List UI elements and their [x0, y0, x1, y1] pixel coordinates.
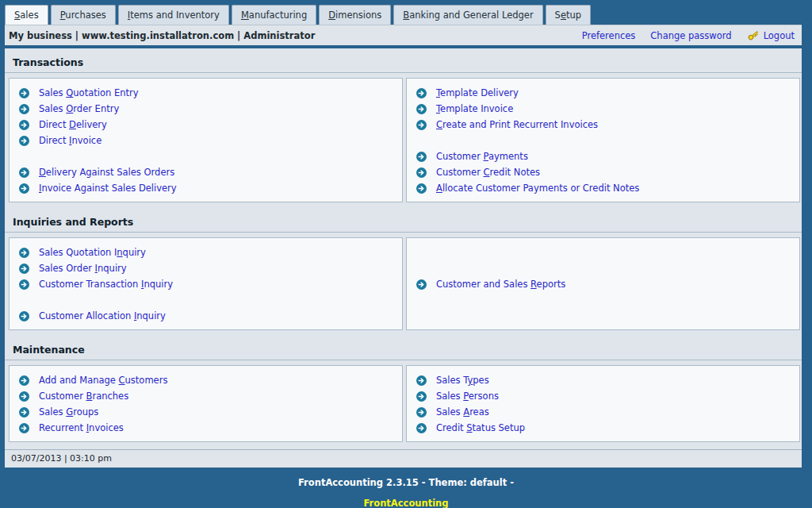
create-and-print-recurrent-invoices-link[interactable]: Create and Print Recurrent Invoices: [436, 119, 598, 130]
arrow-icon: [19, 375, 29, 386]
arrow-icon: [19, 167, 29, 178]
page-footer: FrontAccounting 2.3.15 - Theme: default …: [0, 468, 812, 508]
menu-panel: Add and Manage CustomersCustomer Branche…: [9, 365, 403, 442]
logout-link[interactable]: Logout: [747, 29, 795, 41]
arrow-icon: [416, 183, 427, 194]
menu-item-recurrent-invoices: Recurrent Invoices: [10, 420, 402, 436]
arrow-icon: [19, 311, 29, 321]
menu-item-delivery-against-sales-orders: Delivery Against Sales Orders: [10, 164, 402, 180]
menu-item-customer-and-sales-reports: Customer and Sales Reports: [407, 276, 799, 292]
direct-invoice-link[interactable]: Direct Invoice: [39, 135, 102, 146]
menu-spacer: [10, 148, 402, 164]
header-links: PreferencesChange passwordLogout: [567, 29, 795, 41]
tab-items-and-inventory[interactable]: Items and Inventory: [118, 5, 229, 25]
tab-banking-and-general-ledger[interactable]: Banking and General Ledger: [393, 5, 542, 25]
direct-delivery-link[interactable]: Direct Delivery: [39, 119, 107, 130]
arrow-icon: [416, 104, 427, 114]
arrow-icon: [19, 136, 29, 146]
menu-item-template-delivery: Template Delivery: [407, 85, 799, 101]
arrow-icon: [416, 167, 427, 178]
arrow-icon: [19, 120, 29, 130]
change-password-link[interactable]: Change password: [650, 30, 731, 41]
preferences-label: Preferences: [582, 30, 636, 41]
menu-item-direct-invoice: Direct Invoice: [10, 133, 402, 148]
menu-content: TransactionsSales Quotation EntrySales O…: [5, 48, 802, 449]
customer-credit-notes-link[interactable]: Customer Credit Notes: [436, 167, 540, 178]
preferences-link[interactable]: Preferences: [582, 30, 636, 41]
tab-dimensions[interactable]: Dimensions: [319, 5, 391, 25]
menu-item-sales-types: Sales Types: [407, 372, 799, 388]
section-panels: Sales Quotation InquirySales Order Inqui…: [5, 233, 802, 337]
date-time-text: 03/07/2013 | 03:10 pm: [11, 453, 112, 464]
menu-item-sales-quotation-inquiry: Sales Quotation Inquiry: [10, 244, 402, 260]
menu-panel: Sales TypesSales PersonsSales AreasCredi…: [406, 365, 800, 442]
sales-types-link[interactable]: Sales Types: [436, 375, 489, 386]
arrow-icon: [416, 120, 427, 130]
tab-purchases[interactable]: Purchases: [51, 5, 116, 25]
logout-label: Logout: [764, 30, 795, 41]
key-icon: [747, 29, 760, 41]
delivery-against-sales-orders-link[interactable]: Delivery Against Sales Orders: [39, 167, 174, 178]
section-inquiries-and-reports: Inquiries and ReportsSales Quotation Inq…: [5, 210, 802, 337]
sales-areas-link[interactable]: Sales Areas: [436, 406, 489, 418]
menu-panel: Sales Quotation EntrySales Order EntryDi…: [9, 78, 403, 202]
menu-item-allocate-customer-payments-or-credit-notes: Allocate Customer Payments or Credit Not…: [407, 180, 799, 196]
section-title: Transactions: [5, 50, 802, 73]
customer-allocation-inquiry-link[interactable]: Customer Allocation Inquiry: [39, 310, 166, 321]
arrow-icon: [19, 264, 29, 274]
tab-sales[interactable]: Sales: [5, 5, 48, 25]
menu-item-sales-order-inquiry: Sales Order Inquiry: [10, 260, 402, 276]
company-user-context: My business | www.testing.installatron.c…: [9, 30, 315, 41]
tab-setup[interactable]: Setup: [546, 5, 592, 25]
recurrent-invoices-link[interactable]: Recurrent Invoices: [39, 422, 124, 433]
version-text: FrontAccounting 2.3.15 - Theme: default …: [0, 477, 812, 488]
customer-branches-link[interactable]: Customer Branches: [39, 391, 128, 402]
sales-order-entry-link[interactable]: Sales Order Entry: [39, 103, 119, 114]
menu-item-invoice-against-sales-delivery: Invoice Against Sales Delivery: [10, 180, 402, 196]
menu-item-template-invoice: Template Invoice: [407, 101, 799, 117]
change-password-label: Change password: [650, 30, 731, 41]
menu-panel: Template DeliveryTemplate InvoiceCreate …: [406, 78, 800, 202]
module-tab-bar: SalesPurchasesItems and InventoryManufac…: [0, 0, 812, 25]
credit-status-setup-link[interactable]: Credit Status Setup: [436, 422, 525, 433]
frontaccounting-page: SalesPurchasesItems and InventoryManufac…: [0, 0, 812, 508]
sales-persons-link[interactable]: Sales Persons: [436, 391, 499, 402]
arrow-icon: [416, 88, 427, 98]
arrow-icon: [19, 423, 29, 433]
menu-item-sales-areas: Sales Areas: [407, 404, 799, 420]
menu-item-sales-persons: Sales Persons: [407, 388, 799, 404]
sales-quotation-entry-link[interactable]: Sales Quotation Entry: [39, 87, 139, 98]
menu-spacer: [10, 292, 402, 308]
frontaccounting-link[interactable]: FrontAccounting: [363, 498, 448, 508]
arrow-icon: [19, 248, 29, 258]
invoice-against-sales-delivery-link[interactable]: Invoice Against Sales Delivery: [39, 183, 177, 194]
tab-manufacturing[interactable]: Manufacturing: [232, 5, 316, 25]
section-panels: Add and Manage CustomersCustomer Branche…: [5, 360, 802, 449]
template-invoice-link[interactable]: Template Invoice: [436, 103, 513, 114]
section-title: Maintenance: [5, 337, 802, 360]
arrow-icon: [19, 104, 29, 114]
date-time-bar: 03/07/2013 | 03:10 pm: [5, 449, 802, 468]
menu-item-direct-delivery: Direct Delivery: [10, 117, 402, 133]
menu-item-customer-credit-notes: Customer Credit Notes: [407, 164, 799, 180]
sales-quotation-inquiry-link[interactable]: Sales Quotation Inquiry: [39, 247, 146, 258]
sales-order-inquiry-link[interactable]: Sales Order Inquiry: [39, 263, 127, 274]
arrow-icon: [19, 391, 29, 402]
arrow-icon: [416, 152, 427, 162]
header-bar: My business | www.testing.installatron.c…: [5, 25, 802, 45]
arrow-icon: [416, 375, 427, 386]
menu-panel: Customer and Sales Reports: [406, 237, 800, 330]
customer-and-sales-reports-link[interactable]: Customer and Sales Reports: [436, 279, 565, 290]
menu-item-customer-branches: Customer Branches: [10, 388, 402, 404]
menu-item-customer-allocation-inquiry: Customer Allocation Inquiry: [10, 308, 402, 324]
sales-groups-link[interactable]: Sales Groups: [39, 406, 98, 418]
add-and-manage-customers-link[interactable]: Add and Manage Customers: [39, 375, 167, 386]
section-transactions: TransactionsSales Quotation EntrySales O…: [5, 50, 802, 210]
template-delivery-link[interactable]: Template Delivery: [436, 87, 519, 98]
customer-payments-link[interactable]: Customer Payments: [436, 151, 528, 162]
arrow-icon: [19, 407, 29, 418]
allocate-customer-payments-or-credit-notes-link[interactable]: Allocate Customer Payments or Credit Not…: [436, 183, 639, 194]
menu-item-customer-payments: Customer Payments: [407, 148, 799, 164]
customer-transaction-inquiry-link[interactable]: Customer Transaction Inquiry: [39, 279, 173, 290]
menu-item-credit-status-setup: Credit Status Setup: [407, 420, 799, 436]
